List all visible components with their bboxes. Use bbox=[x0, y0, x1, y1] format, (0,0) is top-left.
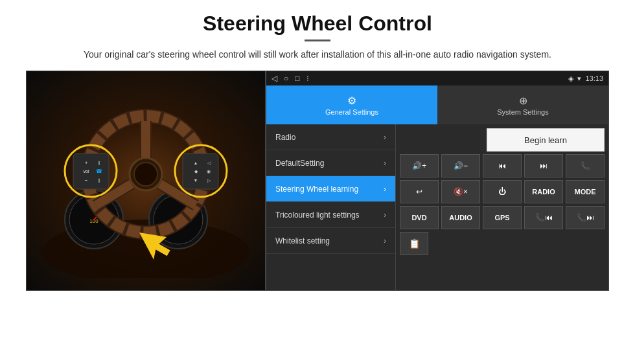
next-track-icon: ⏭ bbox=[540, 161, 548, 170]
nav-recent-icon[interactable]: □ bbox=[295, 74, 299, 83]
mode-label: MODE bbox=[575, 188, 596, 196]
menu-radio-label: Radio bbox=[275, 133, 295, 142]
menu-steering-label: Steering Wheel learning bbox=[275, 185, 358, 194]
menu-list: Radio › DefaultSetting › Steering Wheel … bbox=[266, 124, 396, 290]
tab-general-label: General Settings bbox=[325, 108, 378, 116]
menu-item-whitelist[interactable]: Whitelist setting › bbox=[266, 228, 395, 254]
svg-text:▲: ▲ bbox=[194, 161, 198, 165]
page-title: Steering Wheel Control bbox=[203, 12, 432, 36]
power-button[interactable]: ⏻ bbox=[483, 180, 522, 203]
begin-learn-button[interactable]: Begin learn bbox=[487, 128, 605, 152]
status-bar-nav: ◁ ○ □ ⁝ bbox=[271, 74, 309, 83]
svg-text:◉: ◉ bbox=[207, 169, 211, 174]
car-background: 100 bbox=[27, 71, 265, 290]
hangup-button[interactable]: ↩ bbox=[400, 180, 439, 203]
svg-rect-24 bbox=[183, 154, 218, 189]
svg-text:+: + bbox=[85, 160, 88, 166]
chevron-icon: › bbox=[384, 159, 386, 168]
volume-down-icon: 🔊− bbox=[454, 161, 468, 170]
menu-default-label: DefaultSetting bbox=[275, 159, 324, 168]
svg-text:▼: ▼ bbox=[194, 178, 198, 183]
mute-button[interactable]: 🔇× bbox=[441, 180, 480, 203]
menu-tricoloured-label: Tricoloured light settings bbox=[275, 210, 360, 220]
volume-up-icon: 🔊+ bbox=[412, 161, 426, 170]
tab-general-settings[interactable]: ⚙ General Settings bbox=[266, 85, 437, 124]
controls-panel: Begin learn 🔊+ 🔊− ⏮ bbox=[396, 124, 608, 290]
phone-next-button[interactable]: 📞⏭ bbox=[566, 206, 605, 229]
content-area: Radio › DefaultSetting › Steering Wheel … bbox=[266, 124, 608, 290]
settings-tabs: ⚙ General Settings ⊕ System Settings bbox=[266, 85, 608, 124]
menu-whitelist-label: Whitelist setting bbox=[275, 236, 330, 245]
phone-prev-button[interactable]: 📞⏮ bbox=[524, 206, 563, 229]
main-content: 100 bbox=[26, 71, 609, 291]
audio-label: AUDIO bbox=[449, 214, 472, 222]
power-icon: ⏻ bbox=[498, 187, 506, 196]
menu-item-steering-wheel[interactable]: Steering Wheel learning › bbox=[266, 176, 395, 202]
menu-item-radio[interactable]: Radio › bbox=[266, 124, 395, 150]
volume-down-button[interactable]: 🔊− bbox=[441, 154, 480, 177]
svg-rect-17 bbox=[73, 154, 109, 189]
controls-row-2: ↩ 🔇× ⏻ RADIO MODE bbox=[400, 180, 605, 203]
clock: 13:13 bbox=[585, 74, 603, 82]
system-settings-icon: ⊕ bbox=[519, 95, 527, 107]
nav-home-icon[interactable]: ○ bbox=[284, 74, 288, 83]
dvd-label: DVD bbox=[411, 214, 426, 222]
nav-menu-icon[interactable]: ⁝ bbox=[306, 74, 309, 83]
mode-button[interactable]: MODE bbox=[566, 180, 605, 203]
audio-button[interactable]: AUDIO bbox=[441, 206, 480, 229]
tab-system-label: System Settings bbox=[497, 108, 548, 116]
folder-icon: 📋 bbox=[409, 238, 420, 249]
volume-up-button[interactable]: 🔊+ bbox=[400, 154, 439, 177]
svg-text:☎: ☎ bbox=[96, 168, 102, 174]
status-bar: ◁ ○ □ ⁝ ◈ ▾ 13:13 bbox=[266, 71, 608, 85]
status-bar-right: ◈ ▾ 13:13 bbox=[568, 74, 603, 83]
chevron-icon: › bbox=[384, 210, 386, 220]
chevron-icon: › bbox=[384, 185, 386, 194]
tab-system-settings[interactable]: ⊕ System Settings bbox=[437, 85, 608, 124]
svg-text:vol: vol bbox=[84, 169, 89, 174]
dvd-button[interactable]: DVD bbox=[400, 206, 439, 229]
hangup-icon: ↩ bbox=[416, 187, 422, 196]
svg-text:⟫: ⟫ bbox=[98, 178, 100, 183]
wifi-icon: ▾ bbox=[577, 74, 581, 83]
prev-track-icon: ⏮ bbox=[498, 161, 506, 170]
menu-item-tricoloured[interactable]: Tricoloured light settings › bbox=[266, 202, 395, 228]
location-icon: ◈ bbox=[568, 74, 573, 83]
page-wrapper: Steering Wheel Control Your original car… bbox=[0, 0, 635, 364]
phone-button[interactable]: 📞 bbox=[566, 154, 605, 177]
next-track-button[interactable]: ⏭ bbox=[524, 154, 563, 177]
phone-next-icon: 📞⏭ bbox=[577, 213, 594, 222]
gps-label: GPS bbox=[494, 214, 509, 222]
mute-icon: 🔇× bbox=[454, 187, 468, 196]
svg-text:−: − bbox=[85, 177, 88, 183]
title-divider bbox=[305, 40, 330, 41]
prev-track-button[interactable]: ⏮ bbox=[483, 154, 522, 177]
chevron-icon: › bbox=[384, 133, 386, 142]
general-settings-icon: ⚙ bbox=[347, 95, 356, 107]
radio-button[interactable]: RADIO bbox=[524, 180, 563, 203]
gps-button[interactable]: GPS bbox=[483, 206, 522, 229]
page-subtitle: Your original car's steering wheel contr… bbox=[84, 48, 551, 62]
begin-learn-row: Begin learn bbox=[400, 128, 605, 152]
car-image-area: 100 bbox=[26, 71, 266, 291]
svg-text:⟪: ⟪ bbox=[98, 161, 100, 165]
phone-prev-icon: 📞⏮ bbox=[535, 213, 553, 222]
folder-button[interactable]: 📋 bbox=[400, 232, 428, 255]
radio-label: RADIO bbox=[532, 188, 555, 196]
controls-row-1: 🔊+ 🔊− ⏮ ⏭ 📞 bbox=[400, 154, 605, 177]
controls-row-4: 📋 bbox=[400, 232, 605, 255]
svg-point-10 bbox=[134, 163, 157, 186]
chevron-icon: › bbox=[384, 236, 386, 245]
nav-back-icon[interactable]: ◁ bbox=[271, 74, 277, 83]
controls-row-3: DVD AUDIO GPS 📞⏮ 📞⏭ bbox=[400, 206, 605, 229]
menu-item-default-setting[interactable]: DefaultSetting › bbox=[266, 150, 395, 176]
steering-wheel-svg: 100 bbox=[36, 84, 256, 278]
android-ui: ◁ ○ □ ⁝ ◈ ▾ 13:13 ⚙ General Settings bbox=[266, 71, 609, 291]
phone-icon: 📞 bbox=[581, 161, 590, 170]
